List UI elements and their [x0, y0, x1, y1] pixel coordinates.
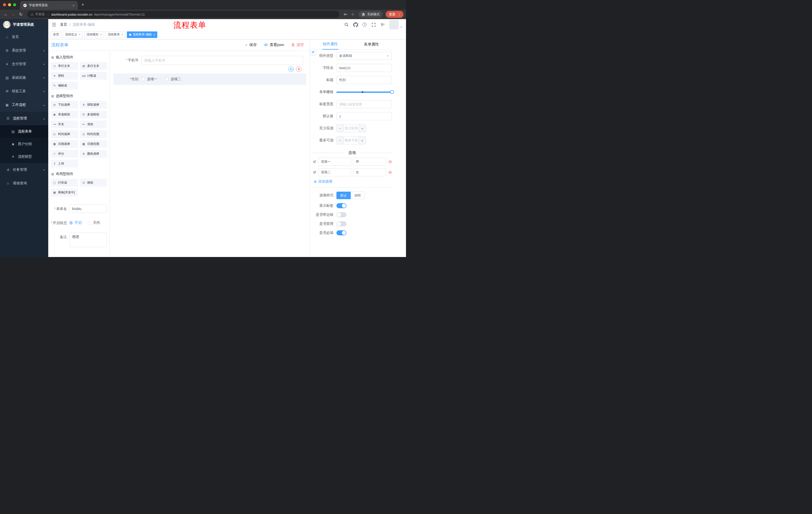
palette-item-table[interactable]: ▦表格[开发中] — [51, 189, 78, 196]
close-tag-icon[interactable]: × — [153, 33, 155, 36]
palette-item-rate[interactable]: ☆评分 — [51, 150, 78, 158]
palette-item-dropdown[interactable]: ◎下拉选择 — [51, 101, 78, 109]
palette-item-multi-line-text[interactable]: ▤多行文本 — [80, 62, 107, 70]
plus-icon[interactable]: + — [358, 137, 366, 144]
tag-process-model[interactable]: 流程模型 × — [84, 31, 104, 38]
status-on-radio[interactable]: 开启 — [69, 220, 82, 225]
help-icon[interactable]: ? — [362, 22, 367, 27]
reload-icon[interactable]: ↻ — [18, 11, 24, 18]
palette-item-slider[interactable]: ⊷滑块 — [80, 120, 107, 128]
palette-item-button[interactable]: ⊡按钮 — [80, 179, 107, 187]
clear-button[interactable]: 清空 — [291, 43, 304, 47]
new-tab-button[interactable]: + — [81, 2, 84, 7]
border-toggle[interactable] — [337, 212, 346, 217]
sidebar-item-payment[interactable]: ¥ 支付管理 ▾ — [0, 57, 48, 71]
form-name-input[interactable] — [69, 205, 107, 213]
forward-icon[interactable]: → — [10, 11, 17, 18]
slider-handle[interactable] — [390, 90, 394, 94]
tab-component-props[interactable]: 组件属性 — [310, 39, 351, 50]
close-tab-icon[interactable]: × — [71, 3, 76, 7]
form-grid-slider[interactable] — [337, 88, 392, 96]
tag-process-definition[interactable]: 流程定义 × — [63, 31, 83, 38]
drag-handle-icon[interactable] — [313, 170, 316, 174]
tab-form-props[interactable]: 表单属性 — [351, 39, 392, 50]
plus-icon[interactable]: + — [358, 125, 366, 132]
add-option-button[interactable]: ⊕ 添加选项 — [314, 179, 392, 184]
browser-update-button[interactable]: 更新 ⋮ — [386, 11, 404, 18]
save-button[interactable]: ✓ 保存 — [245, 43, 257, 47]
form-remark-textarea[interactable]: 嘿嘿 — [69, 233, 107, 247]
palette-item-upload[interactable]: ↥上传 — [51, 160, 78, 167]
gender-option-1-checkbox[interactable]: 选项一 — [141, 77, 157, 81]
palette-item-radio-group[interactable]: ◉单选框组 — [51, 111, 78, 118]
back-icon[interactable]: ← — [2, 11, 9, 18]
sidebar-item-process-model[interactable]: ✈ 流程模型 — [0, 151, 48, 163]
view-json-button[interactable]: 查看json — [264, 43, 284, 47]
sidebar-item-process-form[interactable]: ▤ 流程表单 — [0, 125, 48, 138]
drag-handle-icon[interactable] — [313, 160, 316, 163]
sidebar-item-devtools[interactable]: ⚒ 研发工具 ▾ — [0, 84, 48, 98]
palette-item-row-container[interactable]: ▢行容器 — [51, 179, 78, 187]
zoom-window-button[interactable] — [13, 3, 16, 6]
password-key-icon[interactable] — [342, 11, 349, 18]
font-size-icon[interactable]: TT — [380, 22, 385, 27]
gender-option-2-checkbox[interactable]: 选项二 — [165, 77, 181, 81]
field-name-input[interactable] — [337, 64, 392, 72]
palette-item-date-range[interactable]: ▩日期范围 — [80, 140, 107, 148]
tag-process-form-edit[interactable]: 流程表单-编辑 × — [127, 31, 157, 38]
sidebar-item-process-management[interactable]: ☰ 流程管理 ▴ — [0, 112, 48, 125]
sidebar-item-leave-query[interactable]: ☺ 请假查询 — [0, 177, 48, 190]
default-value-input[interactable] — [337, 112, 392, 120]
palette-item-checkbox-group[interactable]: ☑多选框组 — [80, 111, 107, 118]
minimize-window-button[interactable] — [8, 3, 11, 6]
canvas-field-phone[interactable]: *手机号 — [113, 54, 306, 67]
close-tag-icon[interactable]: × — [100, 33, 102, 36]
palette-item-editor[interactable]: ✎编辑器 — [51, 82, 78, 89]
close-window-button[interactable] — [3, 3, 6, 6]
sidebar-item-task-management[interactable]: ⋔ 任务管理 ▾ — [0, 163, 48, 177]
address-bar[interactable]: ⚠ 不安全 | dashboard.yudao.iocoder.cn/bpm/m… — [27, 11, 340, 18]
remove-option-icon[interactable]: ⊖ — [388, 170, 392, 174]
palette-item-single-line-text[interactable]: ▭单行文本 — [51, 62, 78, 70]
style-button-button[interactable]: 按钮 — [351, 192, 365, 199]
sidebar-item-system[interactable]: ⚙ 系统管理 ▾ — [0, 44, 48, 57]
palette-item-color-picker[interactable]: ⊛颜色选择 — [80, 150, 107, 158]
fullscreen-icon[interactable] — [371, 22, 376, 27]
hamburger-icon[interactable] — [52, 22, 56, 27]
github-icon[interactable] — [353, 22, 358, 27]
palette-item-counter[interactable]: 123计数器 — [80, 72, 107, 80]
status-off-radio[interactable]: 关闭 — [88, 220, 100, 225]
remove-option-icon[interactable]: ⊖ — [388, 160, 392, 164]
option-1-label-input[interactable] — [318, 158, 351, 166]
palette-item-time-picker[interactable]: ◴时间选择 — [51, 130, 78, 138]
disabled-toggle[interactable] — [337, 221, 346, 226]
component-type-select[interactable]: 多选框组 ▼ — [337, 52, 392, 60]
option-1-value-input[interactable] — [353, 158, 386, 166]
close-tag-icon[interactable]: × — [121, 33, 123, 36]
link-icon[interactable] — [310, 49, 316, 55]
palette-item-password[interactable]: ∗密码 — [51, 72, 78, 80]
sidebar-item-infrastructure[interactable]: ▤ 基础设施 ▾ — [0, 71, 48, 84]
palette-item-time-range[interactable]: ◷时间范围 — [80, 130, 107, 138]
label-width-input[interactable] — [337, 100, 392, 108]
bookmark-star-icon[interactable]: ☆ — [349, 11, 356, 18]
palette-item-date-picker[interactable]: ▣日期选择 — [51, 140, 78, 148]
minus-icon[interactable]: − — [337, 137, 344, 144]
style-default-button[interactable]: 默认 — [337, 192, 351, 199]
tag-home[interactable]: 首页 — [51, 31, 61, 38]
browser-tab[interactable]: 芋道管理系统 × — [20, 1, 78, 9]
delete-field-button[interactable] — [296, 66, 301, 72]
copy-field-button[interactable] — [288, 66, 294, 72]
option-2-value-input[interactable] — [353, 168, 386, 176]
search-icon[interactable] — [344, 22, 349, 27]
canvas-field-gender-selected[interactable]: *性别 选项一 选项二 — [113, 74, 306, 85]
show-label-toggle[interactable] — [337, 203, 346, 208]
minus-icon[interactable]: − — [337, 125, 344, 132]
sidebar-item-user-group[interactable]: ☻ 用户分组 — [0, 138, 48, 151]
sidebar-item-home[interactable]: ⌂ 首页 — [0, 30, 48, 44]
browser-menu-icon[interactable]: ⋮ — [398, 12, 401, 16]
close-tag-icon[interactable]: × — [79, 33, 80, 36]
palette-item-cascader[interactable]: ⋔级联选择 — [80, 101, 107, 109]
tag-process-form[interactable]: 流程表单 × — [106, 31, 125, 38]
required-toggle[interactable] — [337, 231, 346, 235]
